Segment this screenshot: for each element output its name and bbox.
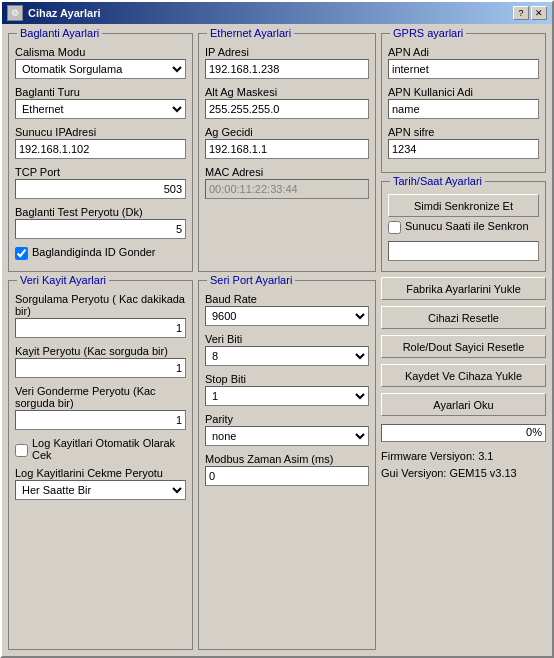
veri-kayit-title: Veri Kayit Ayarlari [17, 274, 109, 286]
kayit-peryotu-input[interactable]: 1 [15, 358, 186, 378]
help-button[interactable]: ? [513, 6, 529, 20]
tarih-saat-title: Tarih/Saat Ayarlari [390, 175, 485, 187]
ip-adres-row: IP Adresi 192.168.1.238 [205, 46, 369, 83]
ip-adres-input[interactable]: 192.168.1.238 [205, 59, 369, 79]
baud-rate-label: Baud Rate [205, 293, 369, 305]
sunucu-saati-row: Sunucu Saati ile Senkron [388, 220, 539, 234]
tcp-port-input[interactable]: 503 [15, 179, 186, 199]
simdi-senkronize-button[interactable]: Simdi Senkronize Et [388, 194, 539, 217]
mac-adres-label: MAC Adresi [205, 166, 369, 178]
mac-adres-row: MAC Adresi 00:00:11:22:33:44 [205, 166, 369, 203]
seri-port-panel: Seri Port Ayarlari Baud Rate 9600 19200 … [198, 280, 376, 650]
baglanti-turu-label: Baglanti Turu [15, 86, 186, 98]
log-otomatik-checkbox[interactable] [15, 444, 28, 457]
connection-panel-title: Baglanti Ayarlari [17, 27, 102, 39]
right-buttons-col: Fabrika Ayarlarini Yukle Cihazi Resetle … [381, 277, 546, 650]
modbus-label: Modbus Zaman Asim (ms) [205, 453, 369, 465]
id-gonder-row: Baglandiginda ID Gonder [15, 246, 186, 260]
sorgulama-input[interactable]: 1 [15, 318, 186, 338]
progress-text: 0% [526, 426, 542, 438]
alt-ag-maskesi-label: Alt Ag Maskesi [205, 86, 369, 98]
tarih-saat-panel: Tarih/Saat Ayarlari Simdi Senkronize Et … [381, 181, 546, 272]
tarih-saat-input[interactable] [388, 241, 539, 261]
ag-gecidi-input[interactable]: 192.168.1.1 [205, 139, 369, 159]
log-cekme-select[interactable]: Her Saatte Bir Her 6 Saatte Bir Her Gun [15, 480, 186, 500]
log-otomatik-row: Log Kayitlari Otomatik Olarak Cek [15, 437, 186, 463]
resetle-button[interactable]: Cihazi Resetle [381, 306, 546, 329]
apn-kullanici-label: APN Kullanici Adi [388, 86, 539, 98]
ok-button[interactable]: Ayarlari Oku [381, 393, 546, 416]
role-dout-button[interactable]: Role/Dout Sayici Resetle [381, 335, 546, 358]
mac-adres-input[interactable]: 00:00:11:22:33:44 [205, 179, 369, 199]
alt-ag-maskesi-input[interactable]: 255.255.255.0 [205, 99, 369, 119]
veri-biti-row: Veri Biti 8 7 [205, 333, 369, 370]
baglanti-turu-select[interactable]: Ethernet GPRS Serial [15, 99, 186, 119]
baglanti-turu-row: Baglanti Turu Ethernet GPRS Serial [15, 86, 186, 123]
id-gonder-label: Baglandiginda ID Gonder [32, 246, 156, 258]
stop-biti-select[interactable]: 1 2 [205, 386, 369, 406]
bottom-row: Veri Kayit Ayarlari Sorgulama Peryotu ( … [8, 277, 546, 650]
stop-biti-label: Stop Biti [205, 373, 369, 385]
calisma-modu-select[interactable]: Otomatik Sorgulama Manuel [15, 59, 186, 79]
title-bar: ⚙ Cihaz Ayarlari ? ✕ [2, 2, 552, 24]
calisma-modu-row: Calisma Modu Otomatik Sorgulama Manuel [15, 46, 186, 83]
gonderme-input[interactable]: 1 [15, 410, 186, 430]
sorgulama-row: Sorgulama Peryotu ( Kac dakikada bir) 1 [15, 293, 186, 342]
veri-kayit-panel: Veri Kayit Ayarlari Sorgulama Peryotu ( … [8, 280, 193, 650]
connection-panel: Baglanti Ayarlari Calisma Modu Otomatik … [8, 33, 193, 272]
ip-adres-label: IP Adresi [205, 46, 369, 58]
baud-rate-row: Baud Rate 9600 19200 38400 57600 115200 [205, 293, 369, 330]
sunucu-saati-checkbox[interactable] [388, 221, 401, 234]
log-cekme-label: Log Kayitlarini Cekme Peryotu [15, 467, 186, 479]
window-title: Cihaz Ayarlari [28, 7, 101, 19]
kaydet-button[interactable]: Kaydet Ve Cihaza Yukle [381, 364, 546, 387]
apn-sifre-row: APN sifre 1234 [388, 126, 539, 163]
sunucu-ip-row: Sunucu IPAdresi 192.168.1.102 [15, 126, 186, 163]
title-bar-left: ⚙ Cihaz Ayarlari [7, 5, 101, 21]
ag-gecidi-row: Ag Gecidi 192.168.1.1 [205, 126, 369, 163]
firmware-version: Firmware Versiyon: 3.1 [381, 450, 546, 462]
apn-sifre-input[interactable]: 1234 [388, 139, 539, 159]
kayit-peryotu-row: Kayit Peryotu (Kac sorguda bir) 1 [15, 345, 186, 382]
id-gonder-checkbox[interactable] [15, 247, 28, 260]
modbus-input[interactable]: 0 [205, 466, 369, 486]
test-peryotu-row: Baglanti Test Peryotu (Dk) 5 [15, 206, 186, 243]
progress-container: 0% [381, 424, 546, 445]
right-top-col: GPRS ayarlari APN Adi internet APN Kulla… [381, 30, 546, 272]
test-peryotu-input[interactable]: 5 [15, 219, 186, 239]
parity-label: Parity [205, 413, 369, 425]
tcp-port-row: TCP Port 503 [15, 166, 186, 203]
kayit-peryotu-label: Kayit Peryotu (Kac sorguda bir) [15, 345, 186, 357]
veri-biti-select[interactable]: 8 7 [205, 346, 369, 366]
calisma-modu-label: Calisma Modu [15, 46, 186, 58]
sorgulama-label: Sorgulama Peryotu ( Kac dakikada bir) [15, 293, 186, 317]
ethernet-panel-title: Ethernet Ayarlari [207, 27, 294, 39]
log-cekme-row: Log Kayitlarini Cekme Peryotu Her Saatte… [15, 467, 186, 504]
sunucu-ip-input[interactable]: 192.168.1.102 [15, 139, 186, 159]
ethernet-panel: Ethernet Ayarlari IP Adresi 192.168.1.23… [198, 33, 376, 272]
sunucu-saati-label: Sunucu Saati ile Senkron [405, 220, 529, 232]
ag-gecidi-label: Ag Gecidi [205, 126, 369, 138]
sunucu-ip-label: Sunucu IPAdresi [15, 126, 186, 138]
gonderme-row: Veri Gonderme Peryotu (Kac sorguda bir) … [15, 385, 186, 434]
apn-sifre-label: APN sifre [388, 126, 539, 138]
gui-version: Gui Versiyon: GEM15 v3.13 [381, 467, 546, 479]
fabrika-button[interactable]: Fabrika Ayarlarini Yukle [381, 277, 546, 300]
close-button[interactable]: ✕ [531, 6, 547, 20]
apn-kullanici-input[interactable]: name [388, 99, 539, 119]
modbus-row: Modbus Zaman Asim (ms) 0 [205, 453, 369, 490]
parity-row: Parity none even odd [205, 413, 369, 450]
alt-ag-maskesi-row: Alt Ag Maskesi 255.255.255.0 [205, 86, 369, 123]
progress-bar: 0% [381, 424, 546, 442]
gonderme-label: Veri Gonderme Peryotu (Kac sorguda bir) [15, 385, 186, 409]
gprs-panel-title: GPRS ayarlari [390, 27, 466, 39]
parity-select[interactable]: none even odd [205, 426, 369, 446]
tcp-port-label: TCP Port [15, 166, 186, 178]
apn-kullanici-row: APN Kullanici Adi name [388, 86, 539, 123]
top-row: Baglanti Ayarlari Calisma Modu Otomatik … [8, 30, 546, 272]
title-buttons: ? ✕ [513, 6, 547, 20]
test-peryotu-label: Baglanti Test Peryotu (Dk) [15, 206, 186, 218]
apn-adi-input[interactable]: internet [388, 59, 539, 79]
apn-adi-label: APN Adi [388, 46, 539, 58]
baud-rate-select[interactable]: 9600 19200 38400 57600 115200 [205, 306, 369, 326]
